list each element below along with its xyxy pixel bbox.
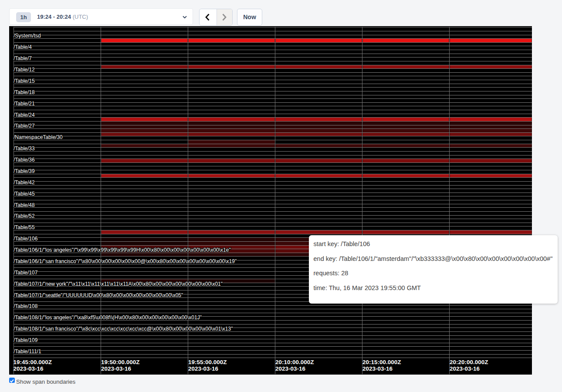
svg-text:2023-03-16: 2023-03-16 [14, 365, 44, 372]
svg-text:/Table/42: /Table/42 [14, 179, 35, 186]
svg-text:/Table/24: /Table/24 [14, 112, 35, 118]
svg-text:20:20:00.000Z: 20:20:00.000Z [450, 359, 488, 365]
svg-text:/NamespaceTable/30: /NamespaceTable/30 [14, 134, 63, 140]
svg-text:/Table/108/1/"los angeles"/"\x: /Table/108/1/"los angeles"/"\xa8\xf5\u00… [14, 314, 202, 321]
svg-text:/Table/108/1/"san francisco"/": /Table/108/1/"san francisco"/"\x8c\xcc\x… [14, 326, 233, 332]
svg-text:/Table/106/1/"san francisco"/": /Table/106/1/"san francisco"/"\x80\x00\x… [14, 258, 237, 264]
svg-text:/Table/106/1/"los angeles"/"\x: /Table/106/1/"los angeles"/"\x99\x99\x99… [14, 247, 231, 253]
svg-text:/Table/48: /Table/48 [14, 202, 35, 208]
svg-text:20:10:00.000Z: 20:10:00.000Z [275, 359, 314, 365]
svg-text:19:55:00.000Z: 19:55:00.000Z [188, 359, 227, 365]
svg-text:/Table/36: /Table/36 [14, 157, 35, 163]
svg-text:2023-03-16: 2023-03-16 [362, 365, 393, 372]
svg-text:/System/tsd: /System/tsd [14, 33, 41, 39]
svg-text:20:15:00.000Z: 20:15:00.000Z [362, 359, 401, 365]
svg-text:2023-03-16: 2023-03-16 [275, 365, 306, 372]
svg-text:/Table/109: /Table/109 [14, 337, 38, 343]
svg-text:/Table/27: /Table/27 [14, 123, 35, 129]
svg-text:/Table/39: /Table/39 [14, 168, 35, 174]
svg-text:/Table/107: /Table/107 [14, 270, 38, 276]
svg-text:/Table/108: /Table/108 [14, 303, 38, 309]
svg-text:/Table/107/1/"seattle"/"UUUUUU: /Table/107/1/"seattle"/"UUUUUUD\x00\x80\… [14, 292, 183, 298]
svg-text:19:50:00.000Z: 19:50:00.000Z [101, 359, 140, 365]
svg-text:2023-03-16: 2023-03-16 [450, 365, 480, 372]
svg-text:/Table/15: /Table/15 [14, 78, 35, 84]
svg-text:2023-03-16: 2023-03-16 [188, 365, 219, 372]
svg-text:/Table/18: /Table/18 [14, 89, 35, 95]
svg-text:/Table/106: /Table/106 [14, 236, 38, 242]
svg-text:/Table/52: /Table/52 [14, 213, 35, 219]
svg-text:/Table/33: /Table/33 [14, 145, 35, 152]
svg-text:/Table/111/1: /Table/111/1 [14, 348, 41, 355]
svg-text:/Table/45: /Table/45 [14, 191, 35, 197]
svg-text:/Table/55: /Table/55 [14, 224, 35, 230]
svg-text:/Table/107/1/"new york"/"\x11\: /Table/107/1/"new york"/"\x11\x11\x11\x1… [14, 281, 223, 287]
svg-text:/Table/4: /Table/4 [14, 44, 32, 50]
svg-text:2023-03-16: 2023-03-16 [101, 365, 132, 372]
svg-text:/Table/21: /Table/21 [14, 101, 35, 107]
svg-text:/Table/7: /Table/7 [14, 55, 32, 61]
svg-text:19:45:00.000Z: 19:45:00.000Z [14, 359, 52, 365]
svg-text:/Table/12: /Table/12 [14, 67, 35, 73]
